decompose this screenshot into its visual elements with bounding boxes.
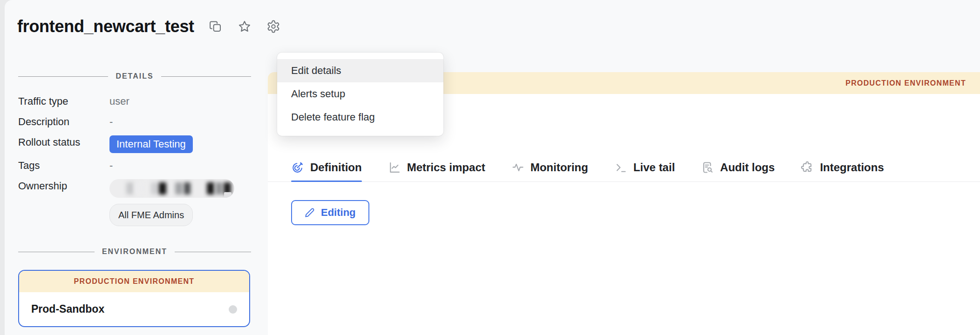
environment-heading: ENVIRONMENT <box>18 248 251 256</box>
tab-monitoring-label: Monitoring <box>531 161 588 174</box>
rollout-status-label: Rollout status <box>18 135 109 149</box>
target-edit-icon <box>291 161 304 174</box>
tab-metrics-impact[interactable]: Metrics impact <box>388 154 485 181</box>
line-chart-icon <box>388 161 401 174</box>
settings-dropdown-menu: Edit details Alerts setup Delete feature… <box>277 53 443 136</box>
tab-definition[interactable]: Definition <box>291 154 362 181</box>
redaction-block <box>159 182 166 194</box>
divider-line <box>18 76 108 77</box>
details-heading-label: DETAILS <box>116 72 153 80</box>
document-search-icon <box>701 161 714 174</box>
editing-status-button[interactable]: Editing <box>291 200 369 225</box>
environment-card-banner: PRODUCTION ENVIRONMENT <box>19 271 249 292</box>
page-container: frontend_newcart_test Edit <box>5 0 980 335</box>
environment-section: ENVIRONMENT PRODUCTION ENVIRONMENT Prod-… <box>18 248 251 327</box>
tab-live-tail[interactable]: Live tail <box>614 154 675 181</box>
settings-gear-icon <box>266 20 280 34</box>
menu-item-delete-feature-flag[interactable]: Delete feature flag <box>277 106 443 129</box>
redaction-block <box>126 182 134 194</box>
editing-status-label: Editing <box>321 207 356 219</box>
divider-line <box>161 76 251 77</box>
tags-value: - <box>109 159 113 173</box>
redaction-block <box>151 182 157 194</box>
ownership-value: All FME Admins <box>109 179 234 226</box>
tab-live-tail-label: Live tail <box>633 161 675 174</box>
divider-line <box>18 252 95 252</box>
tabs-row: Definition Metrics impact Monitoring <box>268 154 980 182</box>
traffic-type-label: Traffic type <box>18 94 109 108</box>
redaction-block <box>135 182 142 194</box>
redaction-block <box>184 182 191 194</box>
tab-integrations[interactable]: Integrations <box>801 154 884 181</box>
description-value: - <box>109 115 113 129</box>
environment-status-dot <box>229 305 237 314</box>
tags-label: Tags <box>18 159 109 173</box>
rollout-status-badge[interactable]: Internal Testing <box>109 135 193 153</box>
redaction-block <box>207 182 214 194</box>
detail-row-tags: Tags - <box>18 159 251 173</box>
redacted-owner-pill <box>109 179 234 198</box>
copy-name-button[interactable] <box>208 19 223 34</box>
copy-icon <box>209 20 223 34</box>
environment-card[interactable]: PRODUCTION ENVIRONMENT Prod-Sandbox <box>18 270 250 327</box>
divider-line <box>175 252 251 252</box>
tab-audit-logs-label: Audit logs <box>720 161 775 174</box>
page-title: frontend_newcart_test <box>17 17 194 36</box>
environment-name: Prod-Sandbox <box>31 303 104 315</box>
pencil-icon <box>305 208 315 218</box>
redaction-block <box>216 182 222 194</box>
details-section: DETAILS Traffic type user Description - … <box>18 72 251 233</box>
detail-row-rollout-status: Rollout status Internal Testing <box>18 135 251 153</box>
tab-integrations-label: Integrations <box>820 161 884 174</box>
star-icon <box>238 20 252 34</box>
description-label: Description <box>18 115 109 129</box>
detail-row-traffic-type: Traffic type user <box>18 94 251 108</box>
favorite-star-button[interactable] <box>237 19 252 34</box>
detail-row-description: Description - <box>18 115 251 129</box>
page-header: frontend_newcart_test <box>17 17 281 36</box>
detail-row-ownership: Ownership <box>18 179 251 226</box>
tab-monitoring[interactable]: Monitoring <box>511 154 588 181</box>
details-heading: DETAILS <box>18 72 251 80</box>
environment-heading-label: ENVIRONMENT <box>102 248 167 256</box>
terminal-icon <box>614 161 627 174</box>
ownership-group-chip[interactable]: All FME Admins <box>109 204 193 226</box>
traffic-type-value: user <box>109 94 129 108</box>
production-environment-banner-label: PRODUCTION ENVIRONMENT <box>845 79 966 87</box>
tab-audit-logs[interactable]: Audit logs <box>701 154 775 181</box>
menu-item-edit-details[interactable]: Edit details <box>277 59 443 82</box>
ownership-label: Ownership <box>18 179 109 193</box>
puzzle-icon <box>801 161 814 174</box>
pulse-icon <box>511 161 524 174</box>
menu-item-alerts-setup[interactable]: Alerts setup <box>277 82 443 106</box>
app-background: frontend_newcart_test Edit <box>0 0 980 335</box>
redaction-block <box>175 182 183 194</box>
tab-metrics-impact-label: Metrics impact <box>407 161 485 174</box>
redaction-corner <box>224 192 231 198</box>
tab-definition-label: Definition <box>310 161 362 174</box>
flag-settings-button[interactable] <box>266 19 281 34</box>
